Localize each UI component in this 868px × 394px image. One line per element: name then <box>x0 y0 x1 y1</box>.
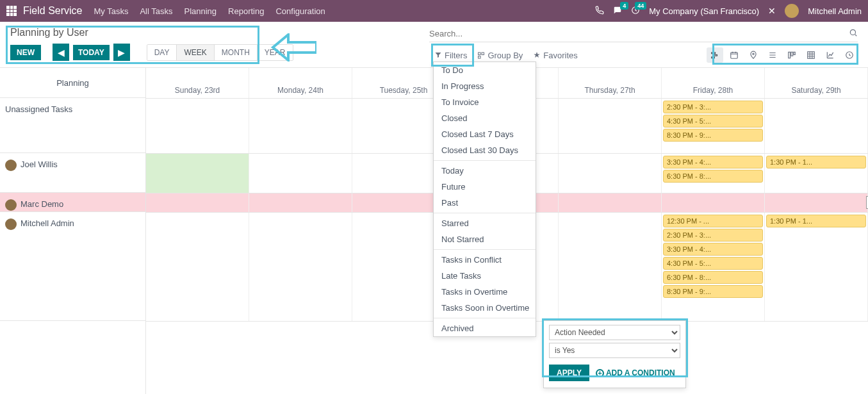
prev-button[interactable]: ◀ <box>53 44 69 61</box>
filter-option[interactable]: Closed Last 30 Days <box>434 142 536 158</box>
gantt-cell[interactable] <box>249 154 352 193</box>
svg-rect-4 <box>479 56 481 59</box>
new-button[interactable]: NEW <box>10 45 41 60</box>
view-activity-icon[interactable] <box>841 47 858 63</box>
phone-icon[interactable] <box>595 6 604 17</box>
filter-option[interactable]: Not Starred <box>434 231 536 247</box>
view-list-icon[interactable] <box>764 47 781 63</box>
next-button[interactable]: ▶ <box>113 44 130 61</box>
gantt-cell[interactable] <box>559 154 662 193</box>
scale-month[interactable]: MONTH <box>215 45 258 60</box>
row-label-text: Unassigned Tasks <box>5 104 72 114</box>
task-pill[interactable]: 12:30 PM - ... <box>663 215 763 227</box>
filter-option[interactable]: Closed <box>434 110 536 126</box>
task-pill[interactable]: 8:30 PM - 9:... <box>663 285 763 298</box>
custom-filter-field[interactable]: Action Needed <box>549 325 680 340</box>
gantt-cell[interactable] <box>146 154 249 193</box>
filter-option[interactable]: To Invoice <box>434 94 536 110</box>
gantt-row-label[interactable]: Mitchell Admin <box>0 212 145 321</box>
view-graph-icon[interactable] <box>822 47 839 63</box>
groupby-button[interactable]: Group By <box>472 49 528 62</box>
filter-option[interactable]: Tasks in Overtime <box>434 284 536 300</box>
view-gantt-icon[interactable] <box>707 47 723 63</box>
gantt-cell[interactable] <box>559 193 662 212</box>
nav-my-tasks[interactable]: My Tasks <box>94 6 128 16</box>
task-pill[interactable]: 1:30 PM - 1... <box>766 156 866 168</box>
filter-option[interactable]: In Progress <box>434 78 536 94</box>
gantt-row-label[interactable]: Joel Willis <box>0 153 145 193</box>
separator <box>434 318 536 318</box>
gantt-row-label[interactable]: Marc Demo <box>0 193 145 212</box>
apps-icon[interactable] <box>6 6 17 16</box>
nav-planning[interactable]: Planning <box>184 6 217 16</box>
scale-year[interactable]: YEAR <box>258 45 293 60</box>
today-button[interactable]: TODAY <box>73 45 110 60</box>
filter-option[interactable]: Past <box>434 195 536 211</box>
chat-icon[interactable]: 4 <box>613 6 622 17</box>
gantt-cell[interactable] <box>249 99 352 153</box>
filter-option[interactable]: Tasks in Conflict <box>434 252 536 268</box>
scale-day[interactable]: DAY <box>147 45 177 60</box>
gantt-cell[interactable]: 1:30 PM - 1... <box>765 154 868 193</box>
filter-option[interactable]: Future <box>434 179 536 195</box>
gantt-cell[interactable] <box>249 213 352 321</box>
gantt-cell[interactable]: 12:30 PM - ...2:30 PM - 3:...3:30 PM - 4… <box>662 213 765 321</box>
custom-filter-condition[interactable]: is Yes <box>549 343 680 358</box>
gantt-cell[interactable] <box>765 193 868 212</box>
nav-reporting[interactable]: Reporting <box>228 6 264 16</box>
clock-badge: 44 <box>635 2 646 10</box>
filter-option[interactable]: Closed Last 7 Days <box>434 126 536 142</box>
svg-rect-6 <box>713 54 717 56</box>
company-name[interactable]: My Company (San Francisco) <box>649 6 759 16</box>
task-pill[interactable]: 1:30 PM - 1... <box>766 215 866 227</box>
filter-option[interactable]: Late Tasks <box>434 268 536 284</box>
search-icon[interactable] <box>849 28 858 39</box>
gantt-cell[interactable] <box>146 193 249 212</box>
task-pill[interactable]: 2:30 PM - 3:... <box>663 101 763 113</box>
filters-button[interactable]: Filters <box>429 49 472 62</box>
debug-icon[interactable]: ✕ <box>768 6 776 16</box>
task-pill[interactable]: 4:30 PM - 5:... <box>663 257 763 270</box>
task-pill[interactable]: 3:30 PM - 4:... <box>663 156 763 168</box>
filter-option[interactable]: Today <box>434 163 536 179</box>
view-map-icon[interactable] <box>745 47 762 63</box>
view-kanban-icon[interactable] <box>783 47 800 63</box>
user-name[interactable]: Mitchell Admin <box>808 6 862 16</box>
gantt-cell[interactable] <box>249 193 352 212</box>
task-pill[interactable]: 6:30 PM - 8:... <box>663 170 763 183</box>
brand-title[interactable]: Field Service <box>23 5 82 17</box>
gantt-left-panel: Planning Unassigned TasksJoel WillisMarc… <box>0 68 146 394</box>
nav-all-tasks[interactable]: All Tasks <box>140 6 172 16</box>
task-pill[interactable]: 3:30 PM - 4:... <box>663 243 763 256</box>
filter-option[interactable]: Archived <box>434 320 536 336</box>
view-calendar-icon[interactable] <box>726 47 742 63</box>
favorites-button[interactable]: Favorites <box>528 49 582 62</box>
nav-configuration[interactable]: Configuration <box>275 6 325 16</box>
gantt-cell[interactable]: 2:30 PM - 3:...4:30 PM - 5:...8:30 PM - … <box>662 99 765 153</box>
filter-option[interactable]: Starred <box>434 215 536 231</box>
task-pill[interactable]: 2:30 PM - 3:... <box>663 229 763 242</box>
user-avatar[interactable] <box>785 4 799 18</box>
gantt-cell[interactable]: 3:30 PM - 4:...6:30 PM - 8:... <box>662 154 765 193</box>
apply-button[interactable]: APPLY <box>549 365 589 381</box>
gantt-cell[interactable] <box>765 99 868 153</box>
add-condition-button[interactable]: +ADD A CONDITION <box>596 368 675 377</box>
task-pill[interactable]: 6:30 PM - 8:... <box>663 271 763 284</box>
gantt-cell[interactable]: 1:30 PM - 1... <box>765 213 868 321</box>
search-input[interactable] <box>429 27 849 40</box>
filter-option[interactable]: Tasks Soon in Overtime <box>434 300 536 316</box>
gantt-cell[interactable] <box>146 99 249 153</box>
task-pill[interactable]: 4:30 PM - 5:... <box>663 115 763 127</box>
filter-option[interactable]: To Do <box>434 62 536 78</box>
gantt-cell[interactable] <box>146 213 249 321</box>
scale-week[interactable]: WEEK <box>177 45 214 60</box>
view-pivot-icon[interactable] <box>803 47 819 63</box>
gantt-row-label[interactable]: Unassigned Tasks <box>0 98 145 153</box>
gantt-cell[interactable] <box>559 213 662 321</box>
svg-rect-7 <box>712 57 715 58</box>
clock-icon[interactable]: 44 <box>631 6 640 17</box>
search-bar <box>429 27 858 42</box>
gantt-cell[interactable] <box>559 99 662 153</box>
gantt-cell[interactable] <box>662 193 765 212</box>
task-pill[interactable]: 8:30 PM - 9:... <box>663 129 763 142</box>
